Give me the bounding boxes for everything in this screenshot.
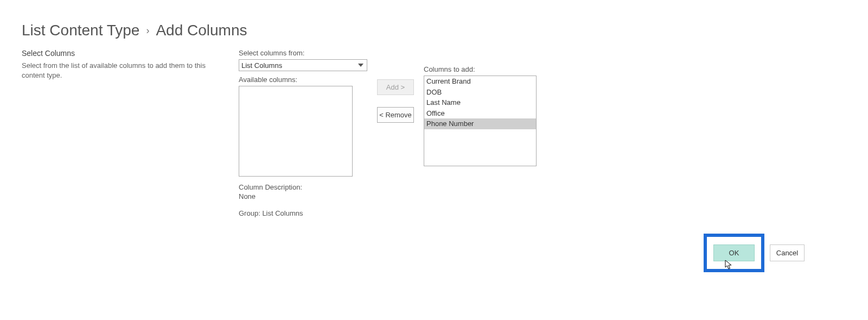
add-button: Add > — [377, 79, 414, 95]
remove-button[interactable]: < Remove — [377, 107, 414, 123]
select-from-label: Select columns from: — [239, 49, 367, 57]
select-columns-from-value: List Columns — [241, 61, 282, 70]
section-description: Select from the list of available column… — [22, 61, 228, 80]
breadcrumb-parent[interactable]: List Content Type — [22, 22, 139, 39]
select-columns-from-dropdown[interactable]: List Columns — [239, 59, 367, 71]
group-label: Group: — [239, 209, 260, 217]
available-columns-label: Available columns: — [239, 76, 367, 84]
list-item[interactable]: Phone Number — [424, 118, 536, 129]
available-columns-listbox[interactable] — [239, 86, 353, 177]
list-item[interactable]: Office — [424, 108, 536, 119]
breadcrumb-separator-icon: › — [146, 25, 149, 36]
columns-to-add-listbox[interactable]: Current BrandDOBLast NameOfficePhone Num… — [424, 76, 537, 166]
list-item[interactable]: Current Brand — [424, 76, 536, 87]
chevron-down-icon — [358, 64, 363, 67]
column-description-label: Column Description: — [239, 183, 367, 191]
columns-to-add-label: Columns to add: — [424, 65, 537, 73]
list-item[interactable]: Last Name — [424, 97, 536, 108]
breadcrumb: List Content Type › Add Columns — [22, 22, 846, 39]
column-description-value: None — [239, 192, 367, 200]
breadcrumb-current: Add Columns — [156, 22, 247, 39]
group-value: List Columns — [262, 209, 303, 217]
section-title: Select Columns — [22, 49, 228, 58]
list-item[interactable]: DOB — [424, 87, 536, 98]
